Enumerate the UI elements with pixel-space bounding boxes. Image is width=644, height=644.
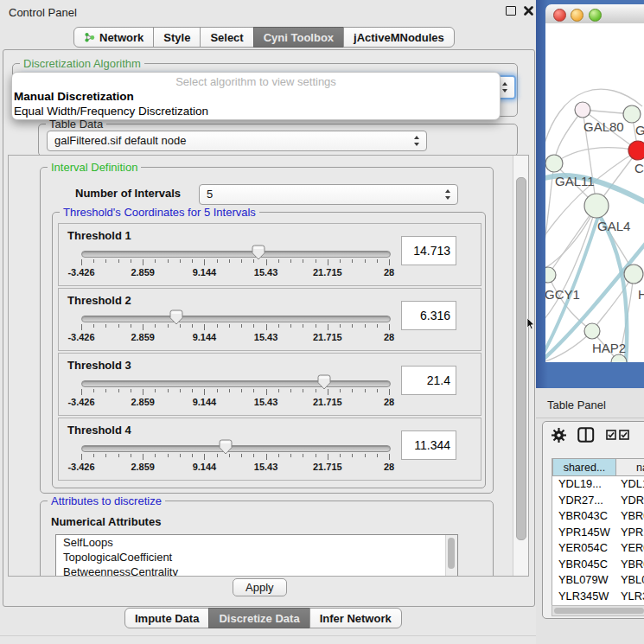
numerical-attributes-list[interactable]: SelfLoopsTopologicalCoefficientBetweenne… (55, 534, 458, 577)
threshold-value-field[interactable]: 6.316 (401, 301, 456, 330)
zoom-traffic-light-icon[interactable] (589, 9, 602, 22)
slider-tick-labels: -3.4262.8599.14415.4321.71528 (81, 397, 389, 409)
apply-button[interactable]: Apply (233, 578, 287, 596)
close-traffic-light-icon[interactable] (553, 9, 566, 22)
threshold-label: Threshold 2 (67, 294, 131, 307)
node-table[interactable]: shared...na YDL19...YDL1YDR27...YDR2YBR0… (552, 458, 644, 605)
table-row[interactable]: YPR145WYPR1 (552, 525, 644, 541)
settings-scrollarea: Interval Definition Number of Intervals … (8, 155, 529, 577)
slider-thumb[interactable] (169, 309, 183, 325)
network-node (584, 194, 609, 218)
algorithm-dropdown-popup: Select algorithm to view settings Manual… (11, 72, 501, 120)
attributes-group: Attributes to discretize Numerical Attri… (40, 501, 494, 577)
tab-label: Network (99, 31, 143, 44)
tab-network[interactable]: Network (73, 27, 154, 48)
table-panel-title: Table Panel (547, 399, 606, 411)
threshold-row: Threshold 1 -3.4262.8599.14415.4321.7152… (58, 223, 481, 286)
tab-label: Impute Data (135, 612, 199, 625)
table-cell: YBR043C (552, 508, 615, 525)
table-cell: YER054C (552, 540, 615, 557)
close-icon[interactable] (524, 6, 533, 16)
network-node (624, 265, 643, 284)
table-cell: YPR1 (615, 525, 644, 541)
group-title: Attributes to discretize (48, 494, 165, 507)
slider-track[interactable] (81, 316, 391, 322)
threshold-value-field[interactable]: 11.344 (401, 430, 456, 460)
tab-infer-network[interactable]: Infer Network (309, 608, 402, 628)
popup-option[interactable]: Manual Discretization (14, 90, 134, 103)
network-node-label: GCY1 (545, 287, 580, 302)
tab-label: Cyni Toolbox (264, 31, 334, 44)
table-row[interactable]: YBR043CYBR0 (552, 508, 644, 525)
slider-ticks (81, 454, 389, 461)
attribute-list-item[interactable]: BetweennessCentrality (56, 564, 457, 577)
table-cell: YLR345W (552, 589, 615, 605)
tab-label: Infer Network (320, 612, 392, 625)
threshold-label: Threshold 4 (67, 424, 131, 437)
table-row[interactable]: YBR045CYBR0 (552, 557, 644, 573)
network-node-label: GAL80 (583, 119, 624, 134)
network-node (545, 155, 563, 172)
slider-track[interactable] (81, 445, 391, 452)
number-of-intervals-value: 5 (207, 188, 213, 201)
threshold-row: Threshold 4 -3.4262.8599.14415.4321.7152… (58, 418, 481, 481)
network-window-titlebar[interactable] (545, 4, 644, 24)
network-canvas[interactable]: GAL80GACGAL11GAL4GCY1HHAP2 (545, 23, 644, 362)
combo-stepper-icon (414, 136, 420, 146)
bottom-tabbar: Impute DataDiscretize DataInfer Network (124, 608, 402, 628)
table-cell: YDL19... (552, 476, 615, 493)
thresholds-group: Threshold's Coordinates for 5 Intervals … (52, 212, 486, 488)
float-window-icon[interactable] (506, 6, 516, 16)
tab-label: jActiveMNodules (354, 31, 444, 44)
slider-track[interactable] (81, 380, 391, 387)
tab-select[interactable]: Select (200, 27, 253, 48)
number-of-intervals-combobox[interactable]: 5 (199, 184, 458, 205)
table-row[interactable]: YDR27...YDR2 (552, 493, 644, 509)
combo-stepper-icon (445, 189, 451, 200)
split-columns-icon[interactable] (577, 427, 595, 443)
threshold-value-field[interactable]: 21.4 (401, 366, 456, 395)
table-hscrollbar[interactable] (552, 605, 644, 616)
tab-style[interactable]: Style (153, 27, 201, 48)
checkbox-icon[interactable] (606, 430, 616, 440)
attribute-list-item[interactable]: TopologicalCoefficient (56, 550, 457, 564)
settings-scrollbar[interactable] (513, 156, 528, 576)
tab-impute-data[interactable]: Impute Data (124, 608, 209, 628)
network-node (628, 141, 644, 160)
table-row[interactable]: YDL19...YDL1 (552, 476, 644, 493)
threshold-value-field[interactable]: 14.713 (401, 236, 456, 265)
divider (536, 418, 644, 418)
list-scrollbar[interactable] (445, 535, 457, 577)
divider (0, 635, 536, 636)
checkbox-icon[interactable] (619, 430, 629, 440)
slider-ticks (81, 389, 389, 396)
group-title: Threshold's Coordinates for 5 Intervals (60, 206, 259, 219)
attribute-list-item[interactable]: SelfLoops (56, 535, 457, 550)
tab-jactivemnodules[interactable]: jActiveMNodules (343, 27, 455, 48)
mouse-cursor (526, 318, 535, 334)
table-data-group: Table Data galFiltered.sif default node (38, 124, 518, 156)
slider-track[interactable] (81, 251, 391, 258)
slider-thumb[interactable] (219, 439, 233, 455)
table-data-combobox[interactable]: galFiltered.sif default node (47, 131, 427, 151)
slider-thumb[interactable] (317, 374, 331, 390)
tab-label: Style (163, 31, 190, 44)
top-tabbar: NetworkStyleSelectCyni ToolboxjActiveMNo… (73, 27, 455, 48)
table-row[interactable]: YBL079WYBL0 (552, 572, 644, 589)
popup-option[interactable]: Equal Width/Frequency Discretization (14, 105, 208, 118)
gear-icon[interactable] (552, 428, 566, 443)
table-subwindow: shared...na YDL19...YDL1YDR27...YDR2YBR0… (542, 421, 644, 619)
network-node (584, 323, 600, 339)
threshold-row: Threshold 2 -3.4262.8599.14415.4321.7152… (58, 288, 481, 351)
table-row[interactable]: YLR345WYLR3 (552, 589, 644, 605)
minimize-traffic-light-icon[interactable] (571, 9, 583, 22)
network-node (575, 102, 590, 118)
column-header[interactable]: shared... (552, 458, 616, 476)
network-view-window[interactable]: GAL80GACGAL11GAL4GCY1HHAP2 (536, 0, 644, 388)
network-icon (84, 31, 95, 43)
table-row[interactable]: YER054CYER0 (552, 540, 644, 557)
tab-discretize-data[interactable]: Discretize Data (208, 608, 309, 628)
column-header[interactable]: na (616, 458, 644, 476)
tab-cyni-toolbox[interactable]: Cyni Toolbox (253, 27, 344, 48)
slider-thumb[interactable] (252, 245, 265, 260)
